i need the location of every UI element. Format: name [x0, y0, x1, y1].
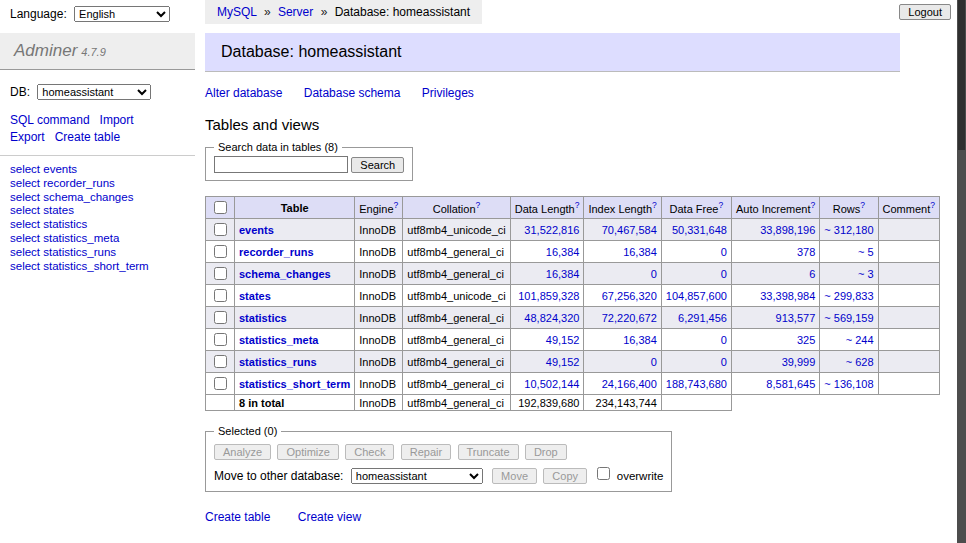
rows-count-link[interactable]: ~ 136,108 [824, 378, 873, 390]
help-link[interactable]: ? [575, 200, 580, 210]
data-length-link[interactable]: 16,384 [546, 268, 580, 280]
data-free-link[interactable]: 50,331,648 [672, 224, 727, 236]
table-link[interactable]: schema_changes [239, 268, 331, 280]
index-length-link[interactable]: 72,220,672 [602, 312, 657, 324]
data-length-link[interactable]: 16,384 [546, 246, 580, 258]
index-length-link[interactable]: 16,384 [623, 334, 657, 346]
row-checkbox[interactable] [214, 333, 227, 346]
data-length-link[interactable]: 101,859,328 [518, 290, 579, 302]
index-length-link[interactable]: 0 [651, 356, 657, 368]
alter-database-link[interactable]: Alter database [205, 86, 282, 100]
sidebar-item-select-recorder-runs[interactable]: select recorder_runs [10, 177, 185, 190]
auto-increment-link[interactable]: 33,898,196 [760, 224, 815, 236]
breadcrumb-mysql-link[interactable]: MySQL [217, 5, 257, 19]
sidebar-link-export[interactable]: Export [10, 130, 45, 144]
language-select[interactable]: English [74, 6, 170, 22]
data-free-link[interactable]: 0 [721, 268, 727, 280]
repair-button[interactable]: Repair [401, 444, 451, 460]
create-view-link[interactable]: Create view [298, 510, 361, 524]
data-length-link[interactable]: 31,522,816 [524, 224, 579, 236]
table-link[interactable]: events [239, 224, 274, 236]
truncate-button[interactable]: Truncate [458, 444, 519, 460]
sidebar-item-select-schema-changes[interactable]: select schema_changes [10, 191, 185, 204]
help-link[interactable]: ? [652, 200, 657, 210]
overwrite-checkbox[interactable] [597, 467, 610, 480]
data-length-link[interactable]: 48,824,320 [524, 312, 579, 324]
help-link[interactable]: ? [860, 200, 865, 210]
row-checkbox[interactable] [214, 289, 227, 302]
copy-button[interactable]: Copy [543, 468, 587, 484]
rows-count-link[interactable]: ~ 312,180 [824, 224, 873, 236]
rows-count-link[interactable]: ~ 299,833 [824, 290, 873, 302]
sidebar-item-select-states[interactable]: select states [10, 204, 185, 217]
sidebar-item-select-statistics-runs[interactable]: select statistics_runs [10, 246, 185, 259]
help-link[interactable]: ? [476, 200, 481, 210]
data-length-link[interactable]: 49,152 [546, 334, 580, 346]
privileges-link[interactable]: Privileges [422, 86, 474, 100]
table-link[interactable]: statistics_short_term [239, 378, 350, 390]
optimize-button[interactable]: Optimize [277, 444, 338, 460]
rows-count-link[interactable]: ~ 244 [846, 334, 874, 346]
db-select[interactable]: homeassistant [37, 84, 151, 100]
sidebar-link-import[interactable]: Import [100, 113, 134, 127]
sidebar-item-select-statistics[interactable]: select statistics [10, 218, 185, 231]
auto-increment-link[interactable]: 325 [797, 334, 815, 346]
data-free-link[interactable]: 104,857,600 [666, 290, 727, 302]
row-checkbox[interactable] [214, 267, 227, 280]
table-link[interactable]: statistics [239, 312, 287, 324]
table-link[interactable]: states [239, 290, 271, 302]
row-checkbox[interactable] [214, 377, 227, 390]
sidebar-item-select-events[interactable]: select events [10, 163, 185, 176]
data-free-link[interactable]: 0 [721, 246, 727, 258]
drop-button[interactable]: Drop [525, 444, 567, 460]
move-db-select[interactable]: homeassistant [351, 468, 483, 484]
index-length-link[interactable]: 24,166,400 [602, 378, 657, 390]
rows-count-link[interactable]: ~ 628 [846, 356, 874, 368]
scrollbar-thumb[interactable] [958, 0, 965, 150]
index-length-link[interactable]: 0 [651, 268, 657, 280]
select-all-checkbox[interactable] [214, 201, 227, 214]
search-button[interactable]: Search [351, 157, 404, 173]
row-checkbox[interactable] [214, 311, 227, 324]
data-length-link[interactable]: 10,502,144 [524, 378, 579, 390]
help-link[interactable]: ? [394, 200, 399, 210]
table-link[interactable]: statistics_runs [239, 356, 317, 368]
row-checkbox[interactable] [214, 245, 227, 258]
index-length-link[interactable]: 67,256,320 [602, 290, 657, 302]
data-free-link[interactable]: 0 [721, 334, 727, 346]
data-free-link[interactable]: 188,743,680 [666, 378, 727, 390]
rows-count-link[interactable]: ~ 5 [858, 246, 874, 258]
check-button[interactable]: Check [345, 444, 394, 460]
table-link[interactable]: statistics_meta [239, 334, 319, 346]
data-length-link[interactable]: 49,152 [546, 356, 580, 368]
sidebar-link-create-table[interactable]: Create table [55, 130, 120, 144]
auto-increment-link[interactable]: 39,999 [782, 356, 816, 368]
sidebar-link-sql-command[interactable]: SQL command [10, 113, 90, 127]
rows-count-link[interactable]: ~ 569,159 [824, 312, 873, 324]
auto-increment-link[interactable]: 33,398,984 [760, 290, 815, 302]
create-table-link[interactable]: Create table [205, 510, 270, 524]
help-link[interactable]: ? [718, 200, 723, 210]
database-schema-link[interactable]: Database schema [304, 86, 401, 100]
auto-increment-link[interactable]: 6 [809, 268, 815, 280]
breadcrumb-server-link[interactable]: Server [278, 5, 313, 19]
auto-increment-link[interactable]: 913,577 [776, 312, 816, 324]
vertical-scrollbar[interactable] [957, 0, 966, 543]
sidebar-item-select-statistics-meta[interactable]: select statistics_meta [10, 232, 185, 245]
row-checkbox[interactable] [214, 223, 227, 236]
auto-increment-link[interactable]: 378 [797, 246, 815, 258]
data-free-link[interactable]: 0 [721, 356, 727, 368]
table-link[interactable]: recorder_runs [239, 246, 314, 258]
index-length-link[interactable]: 16,384 [623, 246, 657, 258]
auto-increment-link[interactable]: 8,581,645 [766, 378, 815, 390]
index-length-link[interactable]: 70,467,584 [602, 224, 657, 236]
move-button[interactable]: Move [492, 468, 537, 484]
search-input[interactable] [214, 156, 348, 173]
data-free-link[interactable]: 6,291,456 [678, 312, 727, 324]
help-link[interactable]: ? [811, 200, 816, 210]
analyze-button[interactable]: Analyze [214, 444, 271, 460]
row-checkbox[interactable] [214, 355, 227, 368]
sidebar-item-select-statistics-short-term[interactable]: select statistics_short_term [10, 260, 185, 273]
rows-count-link[interactable]: ~ 3 [858, 268, 874, 280]
logout-button[interactable]: Logout [899, 4, 951, 20]
